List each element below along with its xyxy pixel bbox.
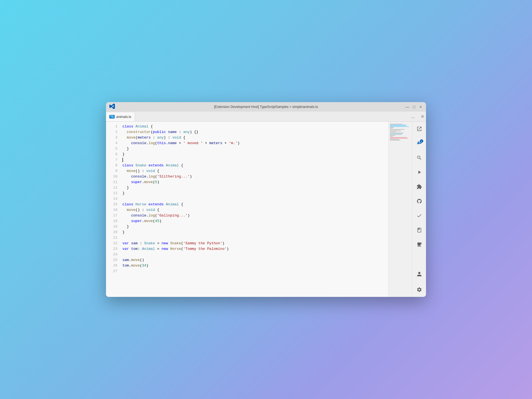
minimap-block-1 (390, 124, 411, 129)
activity-bar: 1 (412, 122, 426, 297)
editor-area[interactable]: 12345 678910 1112131415 1617181920 21222… (106, 122, 388, 297)
tab-ts-icon: TS (109, 115, 115, 119)
activity-icon-settings[interactable] (414, 285, 424, 295)
code-line-7 (122, 157, 388, 163)
minimap-block-2 (390, 129, 411, 132)
activity-icon-search[interactable] (414, 153, 424, 163)
activity-icon-explorer[interactable] (414, 124, 424, 134)
code-line-23: var tom: Animal = new Horse('Tommy the P… (122, 246, 388, 252)
minimize-button[interactable]: — (405, 105, 409, 109)
line-numbers: 12345 678910 1112131415 1617181920 21222… (106, 122, 121, 297)
code-line-4: console.log(this.name + ' moved ' + mete… (122, 141, 388, 146)
code-line-9: move() : void { (122, 168, 388, 174)
vscode-logo (109, 104, 115, 110)
code-line-1: class Animal { (122, 124, 388, 129)
code-line-26: tom.move(34) (122, 263, 388, 269)
minimap[interactable] (388, 122, 412, 297)
code-container: 12345 678910 1112131415 1617181920 21222… (106, 122, 388, 297)
code-line-25: sam.move() (122, 257, 388, 263)
code-line-12: } (122, 185, 388, 191)
code-line-13: } (122, 191, 388, 196)
main-content: 12345 678910 1112131415 1617181920 21222… (106, 122, 426, 297)
code-line-27 (122, 269, 388, 274)
title-bar-controls: — □ × (405, 105, 423, 109)
code-line-19: } (122, 224, 388, 230)
code-content[interactable]: class Animal { constructor(public name :… (121, 122, 388, 297)
more-tabs-button[interactable]: ... (411, 114, 415, 119)
activity-icon-account[interactable] (414, 269, 424, 279)
close-button[interactable]: × (419, 105, 423, 109)
code-line-11: super.move(5) (122, 179, 388, 185)
code-line-20: } (122, 230, 388, 235)
code-line-8: class Snake extends Animal { (122, 163, 388, 168)
code-line-22: var sam : Snake = new Snake('Sammy the P… (122, 241, 388, 246)
code-line-5: } (122, 146, 388, 152)
code-line-3: move(meters : any) : void { (122, 135, 388, 141)
code-line-10: console.log('Slithering...') (122, 174, 388, 179)
editor-menu-button[interactable]: ≡ (421, 114, 424, 119)
text-cursor (122, 158, 123, 162)
code-line-14 (122, 196, 388, 202)
code-line-24 (122, 252, 388, 257)
activity-icon-run-debug[interactable] (414, 167, 424, 177)
activity-icon-github[interactable] (414, 196, 424, 206)
activity-icon-extensions[interactable] (414, 182, 424, 192)
title-bar: [Extension Development Host] TypeScriptS… (106, 102, 426, 112)
tab-filename: animals.ts (116, 115, 131, 119)
source-control-badge: 1 (420, 139, 423, 143)
code-line-17: console.log('Galloping...') (122, 213, 388, 218)
activity-icon-source-control[interactable]: 1 (414, 138, 424, 148)
activity-icon-checkmark[interactable] (414, 211, 424, 221)
code-line-6: } (122, 152, 388, 157)
window-title: [Extension Development Host] TypeScriptS… (214, 105, 318, 109)
code-line-15: class Horse extends Animal { (122, 202, 388, 207)
maximize-button[interactable]: □ (412, 105, 416, 109)
activity-icon-remote[interactable] (414, 240, 424, 250)
tab-animals-ts[interactable]: TS animals.ts (106, 112, 135, 121)
tab-bar: TS animals.ts ... ≡ (106, 112, 426, 122)
minimap-block-3 (390, 133, 411, 137)
code-line-21 (122, 235, 388, 241)
activity-icon-notebook[interactable] (414, 225, 424, 235)
minimap-block-4 (390, 137, 411, 139)
code-line-2: constructor(public name : any) {} (122, 129, 388, 135)
vscode-window: [Extension Development Host] TypeScriptS… (106, 102, 426, 297)
code-line-16: move() : void { (122, 207, 388, 213)
minimap-block-5 (390, 139, 411, 141)
code-line-18: super.move(45) (122, 218, 388, 224)
